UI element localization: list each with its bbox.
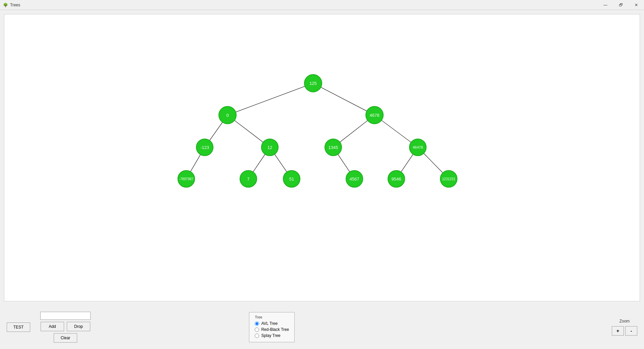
test-button[interactable]: TEST [7,322,30,332]
restore-button[interactable]: 🗗 [613,0,629,10]
clear-row: Clear [54,333,77,343]
tree-node-n51[interactable]: 51 [283,170,300,188]
tree-node-n125[interactable]: 125 [304,74,322,92]
radio-rb-label: Red-Black Tree [261,327,289,332]
radio-avl: AVL Tree [255,321,289,326]
tree-node-n4678[interactable]: 4678 [365,106,384,124]
title-bar: 🌳 Trees — 🗗 ✕ [0,0,644,10]
tree-node-n-123[interactable]: -123 [196,139,213,156]
tree-node-n1345[interactable]: 1345 [325,139,342,156]
tree-node-n7[interactable]: 7 [240,170,257,188]
add-drop-row: Add Drop [41,322,90,331]
value-input[interactable] [40,312,91,320]
close-button[interactable]: ✕ [629,0,644,10]
radio-avl-input[interactable] [255,321,259,326]
bottom-bar: TEST Add Drop Clear Tree AVL Tree Red-Bl… [0,305,644,349]
input-section: Add Drop Clear [40,312,91,343]
tree-node-n0[interactable]: 0 [218,106,237,124]
tree-canvas: 12504678-12312134546478-7897987751456795… [4,14,640,301]
window-controls: — 🗗 ✕ [598,0,644,10]
tree-node-n9546[interactable]: 9546 [388,170,405,188]
drop-button[interactable]: Drop [67,322,90,331]
tree-type-section: Tree AVL Tree Red-Black Tree Splay Tree [249,312,295,342]
zoom-section: Zoom + - [612,319,637,336]
tree-svg [4,14,640,301]
add-button[interactable]: Add [41,322,64,331]
radio-splay-input[interactable] [255,334,259,338]
radio-rb: Red-Black Tree [255,327,289,332]
zoom-label: Zoom [620,319,630,323]
radio-rb-input[interactable] [255,328,259,332]
left-section: TEST [7,322,30,332]
radio-splay: Splay Tree [255,333,289,338]
radio-avl-label: AVL Tree [261,321,278,326]
tree-node-n4567[interactable]: 4567 [346,170,363,188]
clear-button[interactable]: Clear [54,333,77,343]
app-icon: 🌳 [3,2,8,8]
zoom-in-button[interactable]: + [612,326,624,336]
tree-node-n46478[interactable]: 46478 [409,139,427,156]
tree-type-label: Tree [255,315,289,319]
main-container: 12504678-12312134546478-7897987751456795… [0,10,644,349]
tree-node-n12[interactable]: 12 [261,139,279,156]
tree-node-n-7897987[interactable]: -7897987 [178,170,195,188]
svg-line-1 [313,83,375,115]
tree-node-n1231231[interactable]: 1231231 [440,170,457,188]
zoom-controls: + - [612,326,637,336]
zoom-out-button[interactable]: - [625,326,637,336]
minimize-button[interactable]: — [598,0,613,10]
radio-splay-label: Splay Tree [261,333,280,338]
window-title: Trees [10,3,20,7]
svg-line-0 [228,83,313,115]
